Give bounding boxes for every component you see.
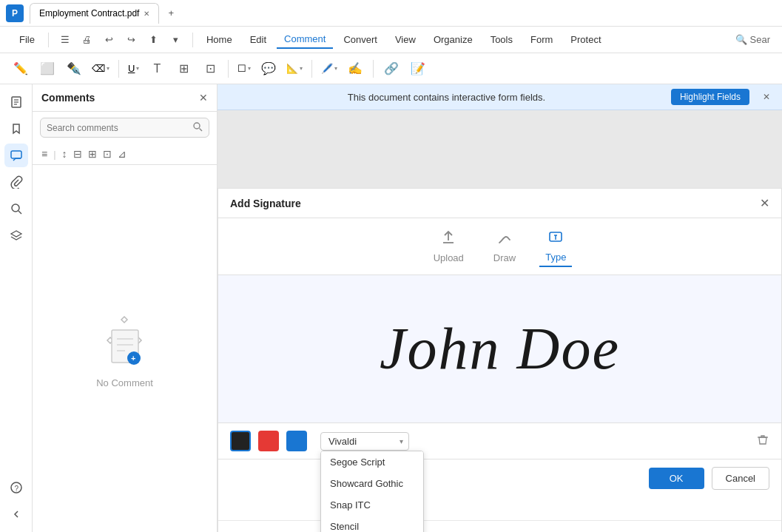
tool-link[interactable]: 🔗 [380,57,403,81]
color-blue-swatch[interactable] [286,431,307,451]
filter-funnel-icon[interactable]: ⊿ [116,147,128,161]
tab-bar: Employment Contract.pdf ✕ + [30,3,180,24]
no-comment-icon: + [95,309,155,368]
tool-shape-group[interactable]: ☐ ▾ [235,61,254,75]
font-option-showcard-gothic[interactable]: Showcard Gothic [321,473,423,494]
sidebar-icon-bookmarks[interactable] [4,117,28,141]
signature-dialog-close-icon[interactable]: ✕ [760,196,769,210]
menu-convert[interactable]: Convert [336,31,385,48]
menu-protect[interactable]: Protect [563,31,608,48]
tab-close-icon[interactable]: ✕ [144,10,149,18]
tool-signature[interactable]: ✍ [343,57,367,81]
menu-view[interactable]: View [388,31,423,48]
filter-expand-icon[interactable]: ⊞ [87,147,98,161]
menu-organize[interactable]: Organize [426,31,480,48]
shape-arrow: ▾ [248,65,251,72]
no-comment-state: + No Comment [33,165,217,532]
tool-sep-1 [118,60,119,78]
signature-tab-upload[interactable]: Upload [428,226,470,266]
underline-icon: U [128,63,135,74]
color-black-swatch[interactable] [230,431,251,451]
form-notice-close-icon[interactable]: ✕ [763,92,770,102]
svg-line-6 [18,211,21,214]
comment-search-icon[interactable] [192,121,203,134]
menu-file[interactable]: File [12,31,42,48]
comment-search-input[interactable] [47,123,188,133]
menu-icon-more[interactable]: ▾ [166,30,186,50]
menu-comment[interactable]: Comment [277,30,333,49]
eraser-icon: ⌫ [92,63,105,74]
menu-icon-share[interactable]: ⬆ [144,30,164,50]
sidebar-icon-search[interactable] [4,197,28,220]
tool-highlight[interactable]: ✏️ [9,57,33,81]
tool-text[interactable]: T [145,57,169,81]
font-select-wrapper[interactable]: Vivaldi ▾ Segoe Script Showcard Gothic S… [320,432,409,451]
measure-icon: 📐 [286,63,298,74]
upload-tab-label: Upload [434,252,464,263]
tab-label: Employment Contract.pdf [39,8,139,18]
tool-measure-group[interactable]: 📐 ▾ [283,61,306,75]
menu-separator-2 [192,33,193,47]
delete-signature-button[interactable] [756,433,769,449]
filter-sort-icon[interactable]: ↕ [61,147,69,161]
panel-header: Comments ✕ [33,84,217,112]
sidebar-icon-help[interactable]: ? [4,476,28,499]
menu-home[interactable]: Home [199,31,240,48]
panel-close-button[interactable]: ✕ [199,92,208,104]
ok-button[interactable]: OK [649,468,704,489]
filter-collapse-icon[interactable]: ⊡ [101,147,113,161]
panel-title: Comments [41,92,95,104]
color-red-swatch[interactable] [258,431,279,451]
sidebar-icon-attachments[interactable] [4,170,28,194]
font-option-stencil[interactable]: Stencil [321,516,423,533]
signature-tab-type[interactable]: Type [539,226,572,267]
tool-select[interactable]: ⬜ [36,57,59,81]
tool-comment[interactable]: 💬 [257,57,280,81]
svg-line-10 [200,129,203,132]
menu-tools[interactable]: Tools [483,31,520,48]
font-option-segoe-script[interactable]: Segoe Script [321,451,423,473]
menu-icon-redo[interactable]: ↪ [121,30,142,50]
paper-line-1 [218,497,781,521]
sidebar-icon-comments[interactable] [4,144,28,167]
menu-icon-save[interactable]: ☰ [55,30,75,50]
tool-textbox[interactable]: ⊞ [172,57,195,81]
signature-tab-draw[interactable]: Draw [488,226,522,266]
sidebar-icon-layers[interactable] [4,223,28,247]
svg-point-9 [194,123,200,129]
menu-icon-undo[interactable]: ↩ [99,30,120,50]
paper-line-2 [218,521,781,532]
stamp-icon: 🖊️ [321,63,333,74]
filter-list-icon[interactable]: ≡ [40,147,49,161]
menu-search[interactable]: 🔍 Sear [735,34,770,45]
pdf-area: This document contains interactive form … [218,84,782,532]
cancel-button[interactable]: Cancel [712,467,769,490]
menu-icon-print[interactable]: 🖨 [77,30,98,50]
tool-sep-2 [228,60,229,78]
font-select[interactable]: Vivaldi [320,432,409,451]
menu-form[interactable]: Form [523,31,560,48]
comment-search-box[interactable] [40,118,209,138]
tool-underline-group[interactable]: U ▾ [125,61,142,75]
sidebar-icon-collapse[interactable] [4,502,28,526]
type-icon [547,229,564,249]
form-notice-text: This document contains interactive form … [229,92,664,103]
tool-eraser-group[interactable]: ⌫ ▾ [89,61,112,75]
measure-arrow: ▾ [300,65,303,72]
sidebar-icon-pages[interactable] [4,90,28,114]
new-tab-button[interactable]: + [162,4,180,22]
signature-preview: John Doe [218,275,781,423]
svg-point-5 [12,204,19,212]
filter-group-icon[interactable]: ⊟ [72,147,84,161]
menu-edit[interactable]: Edit [243,31,274,48]
signature-dialog-header: Add Signature ✕ [218,189,781,218]
font-dropdown[interactable]: Segoe Script Showcard Gothic Snap ITC St… [320,451,424,533]
tool-note[interactable]: 📝 [406,57,430,81]
shape-icon: ☐ [237,63,246,74]
tool-callout[interactable]: ⊡ [198,57,222,81]
active-tab[interactable]: Employment Contract.pdf ✕ [30,3,159,24]
tool-pen[interactable]: ✒️ [62,57,86,81]
font-option-snap-itc[interactable]: Snap ITC [321,494,423,516]
tool-stamp-group[interactable]: 🖊️ ▾ [318,61,340,75]
highlight-fields-button[interactable]: Highlight Fields [671,89,749,105]
